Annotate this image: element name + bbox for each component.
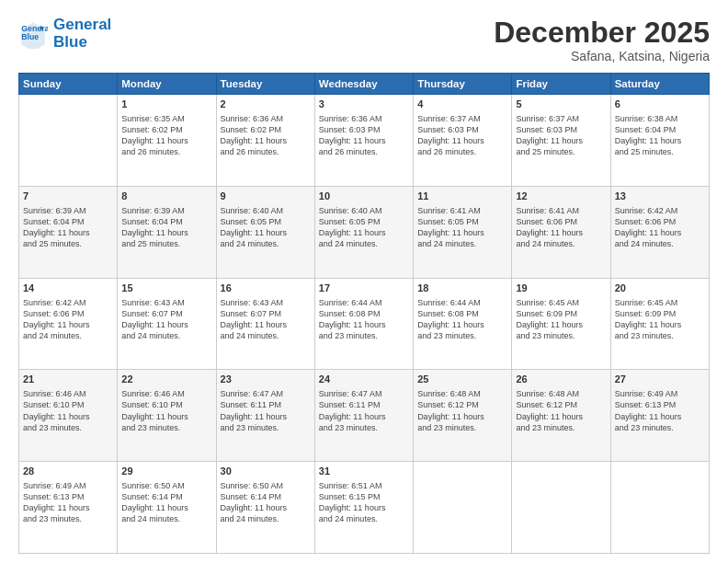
day-number: 11 [417, 190, 507, 203]
day-info: Sunrise: 6:37 AMSunset: 6:03 PMDaylight:… [516, 113, 606, 158]
day-info: Sunrise: 6:47 AMSunset: 6:11 PMDaylight:… [319, 388, 409, 433]
day-cell: 18Sunrise: 6:44 AMSunset: 6:08 PMDayligh… [414, 278, 512, 370]
day-number: 2 [221, 98, 311, 111]
day-cell: 10Sunrise: 6:40 AMSunset: 6:05 PMDayligh… [314, 186, 413, 278]
day-cell: 31Sunrise: 6:51 AMSunset: 6:15 PMDayligh… [314, 462, 413, 554]
weekday-header-friday: Friday [512, 74, 610, 95]
day-info: Sunrise: 6:50 AMSunset: 6:14 PMDaylight:… [121, 480, 211, 525]
day-info: Sunrise: 6:39 AMSunset: 6:04 PMDaylight:… [23, 205, 113, 250]
day-number: 30 [221, 465, 311, 478]
day-cell: 3Sunrise: 6:36 AMSunset: 6:03 PMDaylight… [314, 95, 413, 187]
day-number: 5 [516, 98, 606, 111]
day-cell: 15Sunrise: 6:43 AMSunset: 6:07 PMDayligh… [118, 278, 216, 370]
day-number: 22 [121, 373, 211, 386]
day-info: Sunrise: 6:41 AMSunset: 6:06 PMDaylight:… [516, 205, 606, 250]
day-cell: 8Sunrise: 6:39 AMSunset: 6:04 PMDaylight… [118, 186, 216, 278]
title-block: December 2025 Safana, Katsina, Nigeria [494, 17, 710, 63]
svg-text:General: General [21, 23, 48, 32]
day-cell: 4Sunrise: 6:37 AMSunset: 6:03 PMDaylight… [414, 95, 512, 187]
location-subtitle: Safana, Katsina, Nigeria [494, 49, 710, 63]
day-number: 17 [319, 282, 409, 295]
day-number: 31 [319, 465, 409, 478]
week-row-4: 21Sunrise: 6:46 AMSunset: 6:10 PMDayligh… [19, 370, 710, 462]
logo: General Blue General Blue [18, 17, 111, 51]
day-cell [512, 462, 610, 554]
day-cell: 25Sunrise: 6:48 AMSunset: 6:12 PMDayligh… [414, 370, 512, 462]
day-info: Sunrise: 6:39 AMSunset: 6:04 PMDaylight:… [121, 205, 211, 250]
weekday-header-monday: Monday [118, 74, 216, 95]
day-info: Sunrise: 6:36 AMSunset: 6:03 PMDaylight:… [319, 113, 409, 158]
day-number: 28 [23, 465, 113, 478]
day-cell: 29Sunrise: 6:50 AMSunset: 6:14 PMDayligh… [118, 462, 216, 554]
day-number: 7 [23, 190, 113, 203]
day-cell: 1Sunrise: 6:35 AMSunset: 6:02 PMDaylight… [118, 95, 216, 187]
day-number: 21 [23, 373, 113, 386]
day-cell: 16Sunrise: 6:43 AMSunset: 6:07 PMDayligh… [216, 278, 314, 370]
day-cell: 26Sunrise: 6:48 AMSunset: 6:12 PMDayligh… [512, 370, 610, 462]
day-cell: 21Sunrise: 6:46 AMSunset: 6:10 PMDayligh… [19, 370, 118, 462]
weekday-header-sunday: Sunday [19, 74, 118, 95]
day-number: 23 [221, 373, 311, 386]
day-cell [414, 462, 512, 554]
day-info: Sunrise: 6:40 AMSunset: 6:05 PMDaylight:… [221, 205, 311, 250]
day-info: Sunrise: 6:47 AMSunset: 6:11 PMDaylight:… [221, 388, 311, 433]
day-info: Sunrise: 6:48 AMSunset: 6:12 PMDaylight:… [417, 388, 507, 433]
day-info: Sunrise: 6:43 AMSunset: 6:07 PMDaylight:… [221, 297, 311, 342]
day-cell: 23Sunrise: 6:47 AMSunset: 6:11 PMDayligh… [216, 370, 314, 462]
day-cell: 2Sunrise: 6:36 AMSunset: 6:02 PMDaylight… [216, 95, 314, 187]
day-info: Sunrise: 6:43 AMSunset: 6:07 PMDaylight:… [121, 297, 211, 342]
day-cell: 12Sunrise: 6:41 AMSunset: 6:06 PMDayligh… [512, 186, 610, 278]
day-info: Sunrise: 6:46 AMSunset: 6:10 PMDaylight:… [23, 388, 113, 433]
day-number: 24 [319, 373, 409, 386]
weekday-header-saturday: Saturday [610, 74, 709, 95]
day-number: 19 [516, 282, 606, 295]
day-cell: 7Sunrise: 6:39 AMSunset: 6:04 PMDaylight… [19, 186, 118, 278]
day-info: Sunrise: 6:45 AMSunset: 6:09 PMDaylight:… [615, 297, 705, 342]
day-cell: 19Sunrise: 6:45 AMSunset: 6:09 PMDayligh… [512, 278, 610, 370]
day-info: Sunrise: 6:42 AMSunset: 6:06 PMDaylight:… [615, 205, 705, 250]
day-number: 20 [615, 282, 705, 295]
day-info: Sunrise: 6:44 AMSunset: 6:08 PMDaylight:… [417, 297, 507, 342]
day-cell: 13Sunrise: 6:42 AMSunset: 6:06 PMDayligh… [610, 186, 709, 278]
day-info: Sunrise: 6:50 AMSunset: 6:14 PMDaylight:… [221, 480, 311, 525]
svg-text:Blue: Blue [21, 32, 39, 41]
day-info: Sunrise: 6:36 AMSunset: 6:02 PMDaylight:… [221, 113, 311, 158]
day-info: Sunrise: 6:46 AMSunset: 6:10 PMDaylight:… [121, 388, 211, 433]
day-cell: 14Sunrise: 6:42 AMSunset: 6:06 PMDayligh… [19, 278, 118, 370]
day-info: Sunrise: 6:41 AMSunset: 6:05 PMDaylight:… [417, 205, 507, 250]
day-number: 1 [121, 98, 211, 111]
day-cell: 5Sunrise: 6:37 AMSunset: 6:03 PMDaylight… [512, 95, 610, 187]
day-info: Sunrise: 6:48 AMSunset: 6:12 PMDaylight:… [516, 388, 606, 433]
day-cell: 28Sunrise: 6:49 AMSunset: 6:13 PMDayligh… [19, 462, 118, 554]
day-info: Sunrise: 6:42 AMSunset: 6:06 PMDaylight:… [23, 297, 113, 342]
week-row-2: 7Sunrise: 6:39 AMSunset: 6:04 PMDaylight… [19, 186, 710, 278]
weekday-header-row: SundayMondayTuesdayWednesdayThursdayFrid… [19, 74, 710, 95]
week-row-3: 14Sunrise: 6:42 AMSunset: 6:06 PMDayligh… [19, 278, 710, 370]
day-number: 14 [23, 282, 113, 295]
day-cell [19, 95, 118, 187]
day-info: Sunrise: 6:49 AMSunset: 6:13 PMDaylight:… [615, 388, 705, 433]
week-row-5: 28Sunrise: 6:49 AMSunset: 6:13 PMDayligh… [19, 462, 710, 554]
logo-general: General [53, 17, 111, 34]
day-number: 25 [417, 373, 507, 386]
day-number: 8 [121, 190, 211, 203]
week-row-1: 1Sunrise: 6:35 AMSunset: 6:02 PMDaylight… [19, 95, 710, 187]
logo-blue: Blue [53, 34, 111, 52]
day-cell: 9Sunrise: 6:40 AMSunset: 6:05 PMDaylight… [216, 186, 314, 278]
day-number: 26 [516, 373, 606, 386]
day-info: Sunrise: 6:49 AMSunset: 6:13 PMDaylight:… [23, 480, 113, 525]
day-number: 13 [615, 190, 705, 203]
weekday-header-wednesday: Wednesday [314, 74, 413, 95]
weekday-header-tuesday: Tuesday [216, 74, 314, 95]
day-info: Sunrise: 6:40 AMSunset: 6:05 PMDaylight:… [319, 205, 409, 250]
day-info: Sunrise: 6:45 AMSunset: 6:09 PMDaylight:… [516, 297, 606, 342]
day-info: Sunrise: 6:37 AMSunset: 6:03 PMDaylight:… [417, 113, 507, 158]
day-number: 15 [121, 282, 211, 295]
day-number: 9 [221, 190, 311, 203]
day-cell: 22Sunrise: 6:46 AMSunset: 6:10 PMDayligh… [118, 370, 216, 462]
day-cell: 11Sunrise: 6:41 AMSunset: 6:05 PMDayligh… [414, 186, 512, 278]
day-number: 18 [417, 282, 507, 295]
day-cell [610, 462, 709, 554]
day-cell: 20Sunrise: 6:45 AMSunset: 6:09 PMDayligh… [610, 278, 709, 370]
header: General Blue General Blue December 2025 … [18, 17, 710, 63]
